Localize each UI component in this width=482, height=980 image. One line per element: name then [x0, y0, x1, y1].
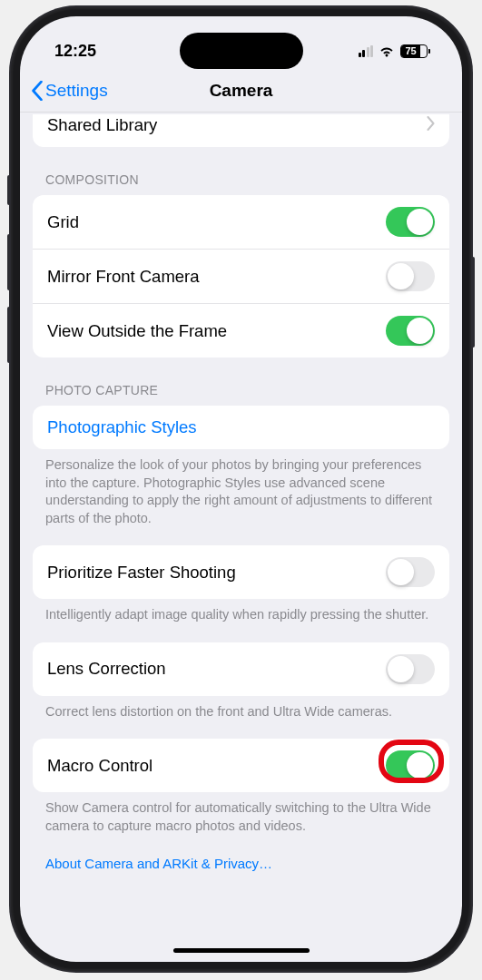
side-button	[7, 175, 11, 205]
side-button	[471, 257, 475, 348]
status-time: 12:25	[54, 42, 96, 61]
cellular-icon	[359, 45, 374, 57]
dynamic-island	[180, 33, 303, 69]
battery-icon: 75	[400, 44, 428, 58]
shared-library-row[interactable]: Shared Library	[33, 114, 449, 147]
lens-toggle[interactable]	[386, 654, 435, 684]
grid-row: Grid	[33, 195, 449, 249]
shared-library-group: Shared Library	[33, 114, 449, 147]
chevron-left-icon	[31, 81, 44, 101]
prioritize-label: Prioritize Faster Shooting	[47, 563, 236, 583]
lens-label: Lens Correction	[47, 659, 166, 679]
battery-level: 75	[405, 45, 416, 56]
side-button	[7, 307, 11, 363]
macro-label: Macro Control	[47, 756, 152, 776]
side-button	[7, 234, 11, 290]
phone-frame: 12:25 75 Settings Camera	[11, 7, 471, 971]
lens-footer: Correct lens distortion on the front and…	[20, 696, 462, 721]
photo-capture-header: PHOTO CAPTURE	[20, 358, 462, 406]
home-indicator[interactable]	[173, 948, 310, 953]
page-title: Camera	[210, 81, 273, 101]
macro-footer: Show Camera control for automatically sw…	[20, 792, 462, 835]
prioritize-group: Prioritize Faster Shooting	[33, 545, 449, 599]
mirror-label: Mirror Front Camera	[47, 267, 200, 287]
composition-group: Grid Mirror Front Camera View Outside th…	[33, 195, 449, 358]
back-button[interactable]: Settings	[31, 81, 108, 101]
chevron-right-icon	[427, 115, 435, 135]
prioritize-toggle[interactable]	[386, 557, 435, 587]
styles-footer: Personalize the look of your photos by b…	[20, 449, 462, 527]
prioritize-footer: Intelligently adapt image quality when r…	[20, 599, 462, 624]
shared-library-label: Shared Library	[47, 115, 157, 135]
nav-bar: Settings Camera	[20, 69, 462, 113]
grid-label: Grid	[47, 212, 79, 232]
outside-label: View Outside the Frame	[47, 321, 227, 341]
macro-row: Macro Control	[33, 739, 449, 792]
grid-toggle[interactable]	[386, 207, 435, 237]
macro-group: Macro Control	[33, 739, 449, 792]
lens-group: Lens Correction	[33, 642, 449, 696]
styles-group: Photographic Styles	[33, 406, 449, 449]
content-scroll[interactable]: Shared Library COMPOSITION Grid Mirror F…	[20, 114, 462, 962]
wifi-icon	[379, 45, 395, 57]
photographic-styles-row[interactable]: Photographic Styles	[33, 406, 449, 449]
back-label: Settings	[45, 81, 108, 101]
screen: 12:25 75 Settings Camera	[20, 16, 462, 962]
lens-row: Lens Correction	[33, 642, 449, 696]
mirror-toggle[interactable]	[386, 261, 435, 291]
outside-row: View Outside the Frame	[33, 303, 449, 358]
outside-toggle[interactable]	[386, 316, 435, 346]
photographic-styles-label: Photographic Styles	[47, 417, 197, 437]
macro-toggle[interactable]	[386, 750, 435, 780]
status-right: 75	[359, 44, 428, 58]
mirror-row: Mirror Front Camera	[33, 249, 449, 303]
composition-header: COMPOSITION	[20, 147, 462, 195]
prioritize-row: Prioritize Faster Shooting	[33, 545, 449, 599]
about-link[interactable]: About Camera and ARKit & Privacy…	[20, 836, 462, 871]
